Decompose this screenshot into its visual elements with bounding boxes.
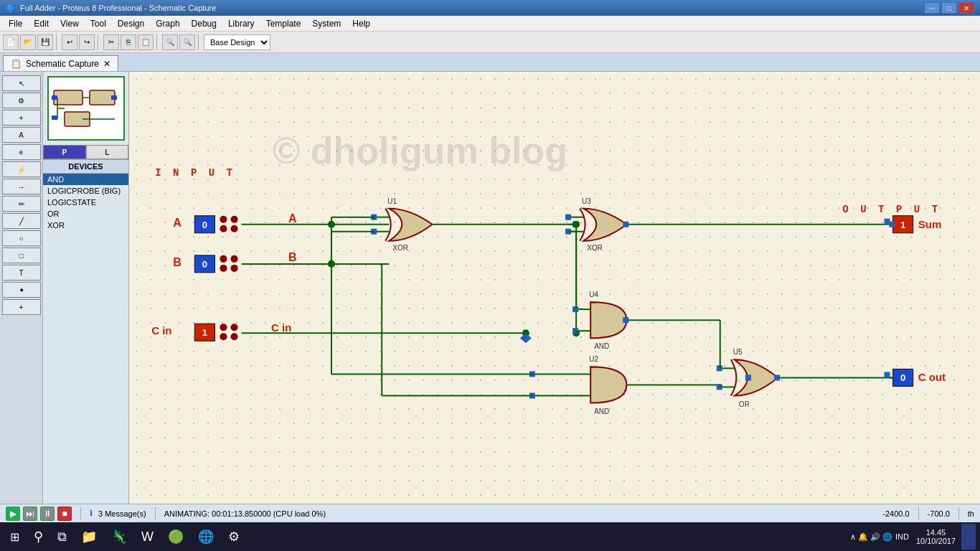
- toolbar-save[interactable]: 💾: [37, 34, 53, 50]
- toolbar-new[interactable]: 📄: [3, 34, 19, 50]
- svg-text:XOR: XOR: [587, 244, 603, 252]
- toolbar-sep2: [98, 34, 100, 50]
- svg-point-16: [231, 216, 238, 223]
- app5-button[interactable]: ⚙: [222, 524, 245, 550]
- sidebar-label[interactable]: A: [2, 127, 41, 143]
- svg-text:C out: C out: [918, 371, 946, 383]
- toolbar-zoom-out[interactable]: 🔍: [179, 34, 195, 50]
- menu-item-library[interactable]: Library: [222, 17, 260, 30]
- leftpanel: P L DEVICES ANDLOGICPROBE (BIG)LOGICSTAT…: [43, 72, 129, 504]
- device-item-logicstate[interactable]: LOGICSTATE: [43, 197, 128, 208]
- menu-item-graph[interactable]: Graph: [150, 17, 185, 30]
- play-button[interactable]: ▶: [6, 507, 20, 521]
- stop-button[interactable]: ■: [57, 507, 72, 521]
- svg-point-25: [231, 265, 238, 272]
- app4-button[interactable]: 🌐: [192, 524, 220, 550]
- svg-rect-93: [774, 375, 780, 380]
- start-button[interactable]: ⊞: [4, 524, 25, 550]
- sidebar-draw[interactable]: ✏: [2, 196, 41, 212]
- sidebar-line[interactable]: ╱: [2, 213, 41, 229]
- sidebar-component[interactable]: ⚙: [2, 93, 41, 108]
- menu-item-debug[interactable]: Debug: [186, 17, 222, 30]
- schematic-tab[interactable]: 📋 Schematic Capture ✕: [3, 55, 118, 71]
- notification-panel[interactable]: [961, 524, 976, 550]
- panel-tab-l[interactable]: L: [86, 145, 129, 159]
- sidebar-port[interactable]: →: [2, 179, 41, 194]
- pause-button[interactable]: ⏸: [40, 507, 55, 521]
- canvas-area[interactable]: © dholigum blog I N P U T O U T P U T A …: [129, 72, 980, 504]
- svg-rect-0: [54, 90, 83, 105]
- step-button[interactable]: ⏭: [23, 507, 37, 521]
- toolbar-copy[interactable]: ⎘: [121, 34, 136, 50]
- sidebar-circle[interactable]: ○: [2, 230, 41, 246]
- svg-text:0: 0: [202, 259, 207, 270]
- tab-label: Schematic Capture: [26, 59, 99, 69]
- device-item-xor[interactable]: XOR: [43, 220, 128, 231]
- menubar: FileEditViewToolDesignGraphDebugLibraryT…: [0, 16, 980, 32]
- statusbar: ▶ ⏭ ⏸ ■ ℹ 3 Message(s) ANIMATING: 00:01:…: [0, 504, 980, 522]
- menu-item-template[interactable]: Template: [260, 17, 307, 30]
- svg-rect-99: [890, 222, 895, 227]
- svg-rect-105: [623, 222, 628, 227]
- device-item-and[interactable]: AND: [43, 174, 128, 185]
- toolbar-redo[interactable]: ↪: [79, 34, 95, 50]
- sidebar-select[interactable]: ↖: [2, 75, 41, 91]
- svg-text:0: 0: [202, 220, 207, 230]
- taskbar-right: ∧ 🔔 🔊 🌐 IND 14.45 10/10/2017: [850, 524, 976, 550]
- main-layout: ↖ ⚙ + A ≡ ⚡ → ✏ ╱ ○ □ T ✦ +: [0, 72, 980, 504]
- design-mode-select[interactable]: Base Design: [204, 34, 270, 50]
- toolbar-cut[interactable]: ✂: [103, 34, 119, 50]
- menu-item-edit[interactable]: Edit: [28, 17, 55, 30]
- toolbar-undo[interactable]: ↩: [62, 34, 77, 50]
- panel-tab-p[interactable]: P: [43, 145, 86, 159]
- close-button[interactable]: ✕: [958, 2, 974, 14]
- minimize-button[interactable]: ─: [924, 2, 940, 14]
- app3-button[interactable]: 🟢: [162, 524, 189, 550]
- menu-item-system[interactable]: System: [306, 17, 347, 30]
- app2-button[interactable]: W: [136, 524, 159, 550]
- toolbar-paste[interactable]: 📋: [138, 34, 154, 50]
- svg-rect-106: [623, 317, 628, 323]
- titlebar-left: 🔷 Full Adder - Proteus 8 Professional - …: [6, 4, 216, 13]
- file-explorer-button[interactable]: 📁: [75, 524, 103, 550]
- sidebar-marker[interactable]: ✦: [2, 282, 41, 298]
- menu-item-file[interactable]: File: [3, 17, 28, 30]
- device-item-or[interactable]: OR: [43, 208, 128, 220]
- search-button[interactable]: ⚲: [28, 524, 49, 550]
- sidebar-add[interactable]: +: [2, 299, 41, 315]
- status-sep1: [80, 507, 81, 520]
- toolbar-zoom-in[interactable]: 🔍: [162, 34, 178, 50]
- menu-item-tool[interactable]: Tool: [85, 17, 112, 30]
- tab-close[interactable]: ✕: [103, 59, 110, 69]
- svg-text:U5: U5: [733, 348, 743, 356]
- svg-rect-1: [90, 90, 115, 105]
- sidebar-text[interactable]: T: [2, 265, 41, 281]
- svg-point-109: [573, 221, 580, 228]
- svg-text:U3: U3: [582, 197, 591, 205]
- menu-item-design[interactable]: Design: [112, 17, 150, 30]
- menu-item-help[interactable]: Help: [347, 17, 376, 30]
- info-icon: ℹ: [90, 509, 93, 518]
- sidebar: ↖ ⚙ + A ≡ ⚡ → ✏ ╱ ○ □ T ✦ +: [0, 72, 43, 504]
- device-item-logicprobe-(big)[interactable]: LOGICPROBE (BIG): [43, 185, 128, 197]
- panel-title: DEVICES: [43, 160, 128, 174]
- menu-item-view[interactable]: View: [55, 17, 85, 30]
- circuit-svg: I N P U T O U T P U T A 0 B 0 C in: [129, 72, 980, 504]
- svg-point-15: [220, 216, 227, 223]
- toolbar-sep3: [156, 34, 159, 50]
- app1-button[interactable]: 🦎: [105, 524, 133, 550]
- task-view-button[interactable]: ⧉: [52, 524, 72, 550]
- coord1: -2400.0: [882, 509, 909, 518]
- toolbar-sep4: [198, 34, 201, 50]
- sidebar-power[interactable]: ⚡: [2, 161, 41, 177]
- svg-text:OR: OR: [739, 400, 750, 408]
- svg-point-30: [231, 324, 238, 331]
- sidebar-junction[interactable]: +: [2, 110, 41, 126]
- extra-status: th: [968, 509, 974, 518]
- taskbar-icons: ∧ 🔔 🔊 🌐: [850, 532, 892, 542]
- sidebar-rect[interactable]: □: [2, 248, 41, 263]
- sidebar-bus[interactable]: ≡: [2, 144, 41, 160]
- toolbar-open[interactable]: 📂: [20, 34, 36, 50]
- messages-count: 3 Message(s): [98, 509, 146, 518]
- maximize-button[interactable]: □: [941, 2, 957, 14]
